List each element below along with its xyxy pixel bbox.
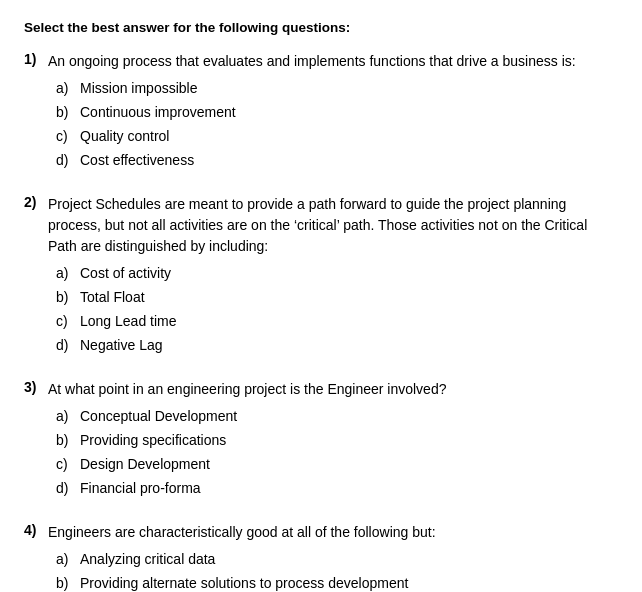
answer-item-3-4: d)Financial pro-forma [56, 478, 618, 499]
question-content-2: Project Schedules are meant to provide a… [48, 194, 618, 359]
answer-label-1-1: a) [56, 78, 76, 99]
answer-label-4-2: b) [56, 573, 76, 592]
questions-list: 1)An ongoing process that evaluates and … [24, 51, 618, 592]
answer-label-2-4: d) [56, 335, 76, 356]
question-content-3: At what point in an engineering project … [48, 379, 618, 502]
answer-item-2-1: a)Cost of activity [56, 263, 618, 284]
question-number-4: 4) [24, 522, 42, 592]
answer-item-4-1: a)Analyzing critical data [56, 549, 618, 570]
answer-label-2-1: a) [56, 263, 76, 284]
answer-text-4-1: Analyzing critical data [80, 549, 215, 570]
answer-text-4-2: Providing alternate solutions to process… [80, 573, 408, 592]
question-item-4: 4)Engineers are characteristically good … [24, 522, 618, 592]
answer-item-1-4: d)Cost effectiveness [56, 150, 618, 171]
question-content-1: An ongoing process that evaluates and im… [48, 51, 618, 174]
question-number-1: 1) [24, 51, 42, 174]
answers-list-2: a)Cost of activityb)Total Floatc)Long Le… [56, 263, 618, 356]
answer-label-1-4: d) [56, 150, 76, 171]
answer-label-1-3: c) [56, 126, 76, 147]
answer-item-2-4: d)Negative Lag [56, 335, 618, 356]
answer-item-1-2: b)Continuous improvement [56, 102, 618, 123]
answer-label-3-1: a) [56, 406, 76, 427]
answer-item-2-2: b)Total Float [56, 287, 618, 308]
answer-text-2-3: Long Lead time [80, 311, 177, 332]
answer-text-2-1: Cost of activity [80, 263, 171, 284]
answer-item-1-1: a)Mission impossible [56, 78, 618, 99]
answer-label-1-2: b) [56, 102, 76, 123]
answer-item-2-3: c)Long Lead time [56, 311, 618, 332]
question-text-4: Engineers are characteristically good at… [48, 522, 618, 543]
answer-label-2-3: c) [56, 311, 76, 332]
answer-text-1-4: Cost effectiveness [80, 150, 194, 171]
answer-item-3-3: c)Design Development [56, 454, 618, 475]
answer-text-3-2: Providing specifications [80, 430, 226, 451]
question-text-2: Project Schedules are meant to provide a… [48, 194, 618, 257]
answer-item-1-3: c)Quality control [56, 126, 618, 147]
answers-list-1: a)Mission impossibleb)Continuous improve… [56, 78, 618, 171]
question-number-3: 3) [24, 379, 42, 502]
answers-list-3: a)Conceptual Developmentb)Providing spec… [56, 406, 618, 499]
answer-text-1-2: Continuous improvement [80, 102, 236, 123]
answer-item-3-2: b)Providing specifications [56, 430, 618, 451]
answer-item-3-1: a)Conceptual Development [56, 406, 618, 427]
answer-label-3-3: c) [56, 454, 76, 475]
answer-text-3-1: Conceptual Development [80, 406, 237, 427]
answer-text-1-1: Mission impossible [80, 78, 197, 99]
question-item-2: 2)Project Schedules are meant to provide… [24, 194, 618, 359]
answer-label-3-4: d) [56, 478, 76, 499]
question-text-1: An ongoing process that evaluates and im… [48, 51, 618, 72]
answer-text-2-2: Total Float [80, 287, 145, 308]
answer-text-3-3: Design Development [80, 454, 210, 475]
question-item-1: 1)An ongoing process that evaluates and … [24, 51, 618, 174]
answer-item-4-2: b)Providing alternate solutions to proce… [56, 573, 618, 592]
question-item-3: 3)At what point in an engineering projec… [24, 379, 618, 502]
answer-text-2-4: Negative Lag [80, 335, 163, 356]
question-content-4: Engineers are characteristically good at… [48, 522, 618, 592]
answer-label-2-2: b) [56, 287, 76, 308]
answers-list-4: a)Analyzing critical datab)Providing alt… [56, 549, 618, 592]
answer-text-3-4: Financial pro-forma [80, 478, 201, 499]
question-text-3: At what point in an engineering project … [48, 379, 618, 400]
page-instruction: Select the best answer for the following… [24, 20, 618, 35]
answer-label-3-2: b) [56, 430, 76, 451]
answer-text-1-3: Quality control [80, 126, 169, 147]
question-number-2: 2) [24, 194, 42, 359]
answer-label-4-1: a) [56, 549, 76, 570]
